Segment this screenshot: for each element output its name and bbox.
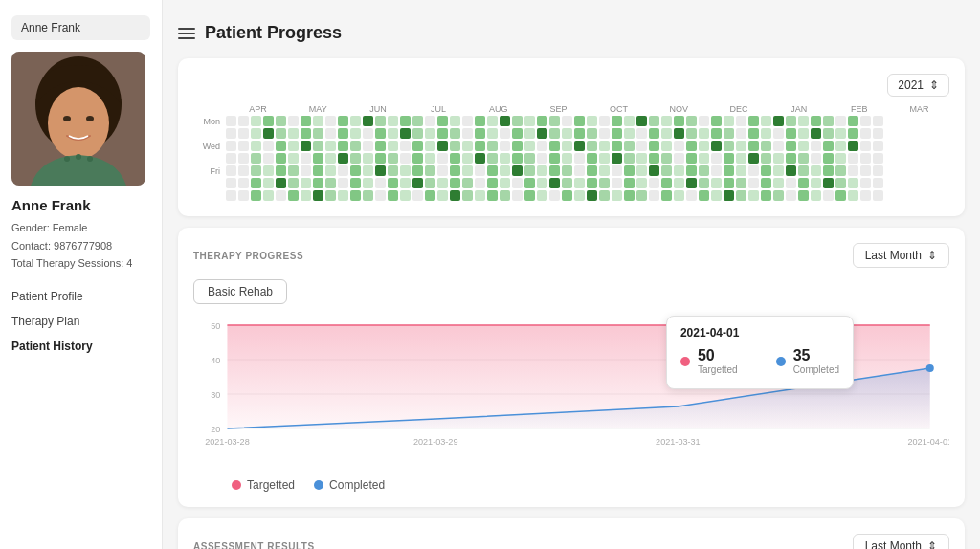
heatmap-cell <box>338 153 348 164</box>
heatmap-cell <box>574 165 585 176</box>
assessment-dropdown[interactable]: Last Month ⇕ <box>853 534 949 549</box>
heatmap-cell <box>549 165 560 176</box>
heatmap-cell <box>537 128 547 139</box>
heatmap-cell <box>724 128 734 139</box>
heatmap-cell <box>226 116 236 126</box>
heatmap-cell <box>301 128 311 139</box>
svg-text:2021-03-29: 2021-03-29 <box>413 437 458 447</box>
heatmap-cell <box>500 178 510 188</box>
heatmap-cell <box>288 190 299 201</box>
heatmap-cell <box>736 153 746 164</box>
heatmap-cell <box>761 165 771 176</box>
heatmap-cell <box>437 128 448 139</box>
heatmap-cell <box>711 165 722 176</box>
heatmap-cell <box>301 141 311 151</box>
heatmap-week <box>786 116 796 201</box>
heatmap-cell <box>786 165 796 176</box>
heatmap-week <box>686 116 697 201</box>
heatmap-cell <box>325 153 336 164</box>
heatmap-cell <box>562 153 572 164</box>
heatmap-week <box>263 116 274 201</box>
heatmap-cell <box>624 128 635 139</box>
sidebar-item-patient-profile[interactable]: Patient Profile <box>11 286 150 307</box>
heatmap-cell <box>487 153 498 164</box>
heatmap-cell <box>587 116 597 126</box>
heatmap-cell <box>512 153 523 164</box>
heatmap-cell <box>798 178 809 188</box>
heatmap-cell <box>798 165 809 176</box>
heatmap-cell <box>325 116 336 126</box>
heatmap-cell <box>512 116 523 126</box>
heatmap-month-label: JUN <box>348 104 409 114</box>
therapy-section-header: THERAPY PROGRESS Last Month ⇕ <box>193 243 949 268</box>
heatmap-cell <box>288 116 299 126</box>
therapy-progress-card: THERAPY PROGRESS Last Month ⇕ Basic Reha… <box>178 228 965 507</box>
heatmap-cell <box>276 128 286 139</box>
heatmap-cell <box>437 141 448 151</box>
svg-point-7 <box>87 156 93 162</box>
heatmap-day-label: Fri <box>193 165 224 176</box>
heatmap-cell <box>263 178 274 188</box>
heatmap-cell <box>313 116 323 126</box>
heatmap-week <box>736 116 746 201</box>
tooltip-completed-value: 35 <box>793 347 839 364</box>
heatmap-cell <box>761 178 771 188</box>
heatmap-cell <box>475 165 485 176</box>
heatmap-cell <box>350 116 361 126</box>
heatmap-cell <box>388 190 398 201</box>
heatmap-cell <box>773 190 784 201</box>
heatmap-cell <box>811 153 821 164</box>
heatmap-month-label: OCT <box>589 104 649 114</box>
heatmap-cell <box>263 128 274 139</box>
heatmap-cell <box>860 116 871 126</box>
heatmap-cell <box>624 153 635 164</box>
heatmap-cell <box>425 116 435 126</box>
heatmap-cell <box>811 116 821 126</box>
heatmap-cell <box>400 116 411 126</box>
tooltip-targeted-row: 50 Targetted 35 Completed <box>680 347 839 375</box>
heatmap-cell <box>524 165 535 176</box>
year-selector[interactable]: 2021 ⇕ <box>887 74 949 97</box>
sidebar-item-patient-history[interactable]: Patient History <box>11 336 150 357</box>
heatmap-cell <box>437 165 448 176</box>
heatmap-cell <box>686 178 697 188</box>
heatmap-week <box>773 116 784 201</box>
heatmap-cell <box>748 128 759 139</box>
heatmap-cell <box>288 128 299 139</box>
heatmap-week <box>425 116 435 201</box>
heatmap-cell <box>736 190 746 201</box>
heatmap-cell <box>251 116 261 126</box>
heatmap-cell <box>524 190 535 201</box>
heatmap-cell <box>276 153 286 164</box>
heatmap-cell <box>338 165 348 176</box>
heatmap-cell <box>251 141 261 151</box>
heatmap-cell <box>238 178 249 188</box>
heatmap-cell <box>375 153 386 164</box>
heatmap-cell <box>811 165 821 176</box>
heatmap-cell <box>475 178 485 188</box>
heatmap-month-label: JUL <box>408 104 468 114</box>
heatmap-cell <box>748 116 759 126</box>
svg-text:20: 20 <box>211 425 220 434</box>
heatmap-cell <box>848 178 858 188</box>
therapy-dropdown[interactable]: Last Month ⇕ <box>853 243 949 268</box>
heatmap-cell <box>661 128 672 139</box>
heatmap-cell <box>263 141 274 151</box>
heatmap-cell <box>375 178 386 188</box>
heatmap-cell <box>823 190 834 201</box>
heatmap-cell <box>873 128 883 139</box>
hamburger-menu[interactable] <box>178 28 195 39</box>
heatmap-cell <box>375 128 386 139</box>
heatmap-cell <box>873 190 883 201</box>
heatmap-cell <box>276 190 286 201</box>
heatmap-cell <box>811 178 821 188</box>
heatmap-week <box>823 116 834 201</box>
heatmap-day-label <box>193 178 224 188</box>
heatmap-cell <box>400 128 411 139</box>
heatmap-cell <box>487 178 498 188</box>
heatmap-week <box>835 116 846 201</box>
heatmap-cell <box>860 141 871 151</box>
heatmap-cell <box>860 190 871 201</box>
heatmap-cell <box>636 165 647 176</box>
sidebar-item-therapy-plan[interactable]: Therapy Plan <box>11 311 150 332</box>
